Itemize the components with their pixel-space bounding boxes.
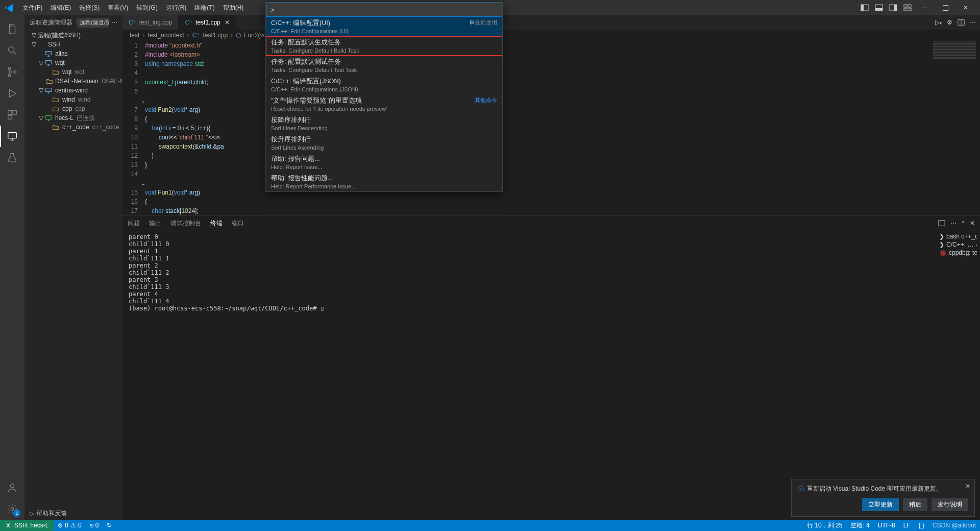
activity-extensions-icon[interactable] xyxy=(0,104,24,126)
terminal-output[interactable]: parent 0 child`111 0 parent 1 child`111 … xyxy=(122,230,936,520)
status-indentation[interactable]: 空格: 4 xyxy=(846,521,873,530)
svg-rect-17 xyxy=(8,133,17,138)
status-watermark: CSDN @allobot xyxy=(928,522,980,529)
tree-row[interactable]: alias xyxy=(24,49,122,58)
palette-item[interactable]: 帮助: 报告性能问题...Help: Report Performance Is… xyxy=(266,172,502,191)
status-language-mode[interactable]: { } xyxy=(915,522,928,529)
panel-tab[interactable]: 终端 xyxy=(210,220,223,228)
sidebar-more-icon[interactable]: ⋯ xyxy=(111,19,117,26)
status-debug-icon[interactable]: ↻ xyxy=(103,522,116,529)
fold-icon xyxy=(52,68,60,76)
tab-close-icon[interactable]: ✕ xyxy=(225,19,230,26)
layout-panel-bottom-icon[interactable] xyxy=(872,0,886,15)
menu-item[interactable]: 文件(F) xyxy=(18,4,46,11)
svg-rect-3 xyxy=(875,8,883,11)
tree-row[interactable]: ▽SSH xyxy=(24,40,122,49)
layout-panel-left-icon[interactable] xyxy=(857,0,872,15)
window-close-icon[interactable]: ✕ xyxy=(955,0,976,15)
menu-item[interactable]: 编辑(E) xyxy=(46,4,75,11)
svg-rect-1 xyxy=(861,5,864,11)
activity-explorer-icon[interactable] xyxy=(0,18,24,40)
tree-row[interactable]: wqtwqt xyxy=(24,67,122,77)
status-encoding[interactable]: UTF-8 xyxy=(874,522,899,529)
gear-icon[interactable]: ⚙ xyxy=(469,19,475,26)
activity-testing-icon[interactable] xyxy=(0,147,24,168)
tree-section-header[interactable]: ▽远程(隧道/SSH) xyxy=(24,31,122,40)
menu-item[interactable]: 选择(S) xyxy=(75,4,104,11)
status-bar: SSH: hecs-L ⊗0 ⚠0 ⎋0 ↻ 行 10，列 25 空格: 4 U… xyxy=(0,520,980,531)
tree-row[interactable]: cppcpp xyxy=(24,104,122,113)
window-maximize-icon[interactable] xyxy=(935,0,955,15)
palette-item[interactable]: 按升序排列行Sort Lines Ascending xyxy=(266,133,502,153)
svg-point-10 xyxy=(9,47,14,53)
status-eol[interactable]: LF xyxy=(899,522,915,529)
panel-tab[interactable]: 问题 xyxy=(128,220,140,227)
tree-row[interactable]: ▽wqt xyxy=(24,58,122,67)
breadcrumb[interactable]: test› test_ucontext› C⁺test1.cpp› ⬡Fun2(… xyxy=(122,30,980,41)
command-palette-input[interactable] xyxy=(266,3,502,17)
line-number-gutter: 123456789101112131415161718 xyxy=(122,41,145,215)
menu-item[interactable]: 终端(T) xyxy=(190,4,218,11)
menu-item[interactable]: 查看(V) xyxy=(104,4,132,11)
minimap[interactable] xyxy=(929,41,980,225)
notification-close-icon[interactable]: ✕ xyxy=(965,482,970,490)
panel-tab[interactable]: 输出 xyxy=(149,220,161,227)
editor-tab[interactable]: C⁺test1.cpp✕ xyxy=(179,15,236,30)
palette-item[interactable]: 其他命令"文件操作需要预览"的重置选项Reset choice for 'Fil… xyxy=(266,94,502,114)
palette-item[interactable]: 任务: 配置默认生成任务Tasks: Configure Default Bui… xyxy=(266,36,502,56)
tree-row[interactable]: ▽centos-wind xyxy=(24,86,122,95)
bug-icon: 🐞 xyxy=(939,249,947,256)
help-feedback-section[interactable]: ▷帮助和反馈 xyxy=(24,507,122,520)
activity-settings-icon[interactable]: 1 xyxy=(0,498,24,520)
split-editor-icon[interactable] xyxy=(958,19,965,26)
palette-item[interactable]: 按降序排列行Sort Lines Descending xyxy=(266,114,502,133)
update-later-button[interactable]: 稍后 xyxy=(903,498,927,511)
panel-tab-bar: 问题输出调试控制台终端端口 ⋯ ^ ✕ xyxy=(122,216,980,230)
layout-panel-right-icon[interactable] xyxy=(886,0,900,15)
status-cursor-position[interactable]: 行 10，列 25 xyxy=(803,521,846,530)
palette-item[interactable]: 帮助: 报告问题...Help: Report Issue... xyxy=(266,153,502,172)
tree-row[interactable]: DSAF-Net-mainDSAF-Net-main xyxy=(24,77,122,86)
remote-type-dropdown[interactable]: 远程(隧道/SSH) xyxy=(77,18,109,28)
tree-row[interactable]: ▽hecs-L已连接 xyxy=(24,113,122,123)
activity-source-control-icon[interactable] xyxy=(0,61,24,83)
run-dropdown-icon[interactable]: ▷▾ xyxy=(935,19,942,26)
editor-more-icon[interactable]: ⋯ xyxy=(970,19,976,26)
panel-tab[interactable]: 调试控制台 xyxy=(170,220,201,227)
status-ports[interactable]: ⎋0 xyxy=(86,522,103,529)
svg-point-18 xyxy=(10,484,14,488)
customize-layout-icon[interactable] xyxy=(900,0,915,15)
status-remote-indicator[interactable]: SSH: hecs-L xyxy=(0,520,54,531)
menu-item[interactable]: 转到(G) xyxy=(132,4,161,11)
activity-search-icon[interactable] xyxy=(0,40,24,61)
terminal-instance[interactable]: ❯bash c++_c… xyxy=(939,232,977,240)
command-palette: 最近使用⚙C/C++: 编辑配置(UI)C/C++: Edit Configur… xyxy=(265,2,503,192)
terminal-instance[interactable]: ❯C/C++: … ✓ xyxy=(939,240,977,249)
update-now-button[interactable]: 立即更新 xyxy=(862,498,899,511)
activity-run-debug-icon[interactable] xyxy=(0,83,24,104)
activity-remote-explorer-icon[interactable] xyxy=(0,126,24,147)
editor-settings-icon[interactable]: ⚙ xyxy=(947,19,952,26)
sidebar-remote-explorer: 远程资源管理器 远程(隧道/SSH) ⋯ ▽远程(隧道/SSH) ▽SSHali… xyxy=(24,15,122,520)
editor-tab[interactable]: C⁺test_log.cpp xyxy=(122,15,179,30)
palette-item[interactable]: C/C++: 编辑配置(JSON)C/C++: Edit Configurati… xyxy=(266,75,502,94)
code-editor[interactable]: 123456789101112131415161718 #include "uc… xyxy=(122,41,980,215)
menu-item[interactable]: 帮助(H) xyxy=(219,4,248,11)
error-icon: ⊗ xyxy=(58,522,63,529)
terminal-instance[interactable]: 🐞cppdbg: test1 xyxy=(939,249,977,257)
activity-account-icon[interactable] xyxy=(0,477,24,498)
tree-row[interactable]: c++_codec++_code xyxy=(24,123,122,132)
fold-icon xyxy=(52,124,60,131)
tree-row[interactable]: windwind xyxy=(24,95,122,104)
radio-icon: ⎋ xyxy=(90,522,93,529)
svg-rect-15 xyxy=(13,111,16,114)
remote-tree: ▽远程(隧道/SSH) ▽SSHalias▽wqtwqtwqtDSAF-Net-… xyxy=(24,30,122,133)
status-problems[interactable]: ⊗0 ⚠0 xyxy=(54,522,85,529)
palette-item[interactable]: 任务: 配置默认测试任务Tasks: Configure Default Tes… xyxy=(266,56,502,75)
window-minimize-icon[interactable]: ─ xyxy=(915,0,935,15)
panel-tab[interactable]: 端口 xyxy=(232,220,244,227)
palette-item[interactable]: 最近使用⚙C/C++: 编辑配置(UI)C/C++: Edit Configur… xyxy=(266,17,502,36)
menu-item[interactable]: 运行(R) xyxy=(162,4,191,11)
release-notes-button[interactable]: 发行说明 xyxy=(932,498,968,511)
svg-rect-6 xyxy=(904,5,907,7)
